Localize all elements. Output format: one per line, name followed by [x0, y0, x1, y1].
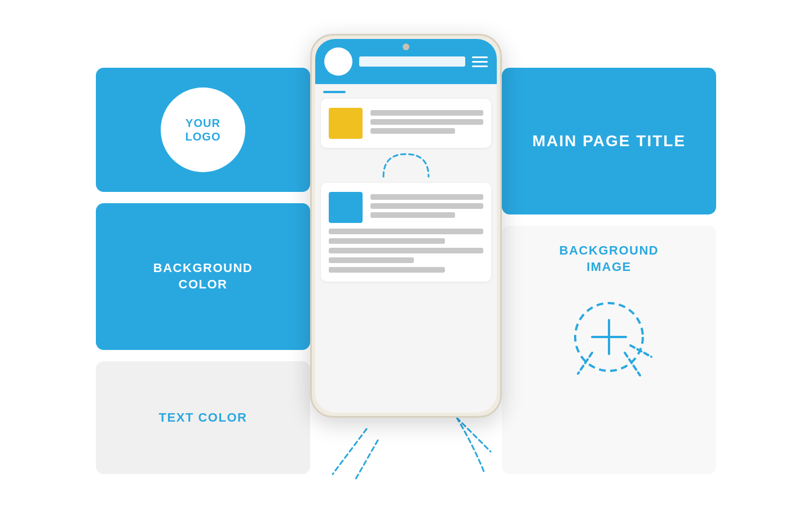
card-1-thumbnail [329, 108, 363, 139]
svg-line-4 [625, 353, 640, 375]
logo-text: YOUR [186, 116, 220, 130]
card-1-line-2 [370, 119, 483, 125]
main-scene: YOUR LOGO BACKGROUNDCOLOR TEXT COLOR MAI… [96, 23, 716, 485]
text-color-label: TEXT COLOR [159, 410, 248, 426]
background-color-panel: BACKGROUNDCOLOR [96, 203, 310, 350]
phone-camera [403, 43, 409, 50]
card-2-line-3 [370, 212, 455, 218]
phone-mockup [310, 34, 502, 418]
main-page-title-panel: MAIN PAGE TITLE [502, 68, 716, 214]
svg-line-5 [630, 345, 651, 357]
background-image-label: BACKGROUNDIMAGE [559, 243, 659, 275]
hamburger-menu-icon[interactable] [472, 56, 488, 67]
logo-panel: YOUR LOGO [96, 68, 310, 192]
logo-text-2: LOGO [186, 130, 221, 143]
card-2-extra-5 [329, 267, 445, 273]
card-1-line-3 [370, 128, 455, 134]
card-2-extra-1 [329, 229, 483, 234]
menu-line-2 [472, 61, 488, 63]
card-2-line-2 [370, 203, 483, 209]
card-1-row [329, 108, 483, 139]
background-image-panel: BACKGROUNDIMAGE [502, 226, 716, 474]
card-2-line-1 [370, 194, 483, 200]
phone-card-2 [321, 183, 491, 282]
main-page-title-label: MAIN PAGE TITLE [532, 132, 686, 150]
phone-indicator-line [323, 91, 346, 93]
card-2-extra-lines [329, 229, 483, 273]
background-color-label: BACKGROUNDCOLOR [153, 260, 253, 292]
logo-circle: YOUR LOGO [161, 87, 245, 172]
card-2-extra-3 [329, 248, 483, 253]
menu-line-1 [472, 56, 488, 58]
card-2-row [329, 192, 483, 223]
phone-content-area [315, 84, 497, 288]
card-2-thumbnail [329, 192, 363, 223]
card-1-line-1 [370, 110, 483, 116]
menu-line-3 [472, 65, 488, 67]
dashed-arc-annotation [378, 151, 434, 179]
text-color-panel: TEXT COLOR [96, 361, 310, 474]
phone-card-1 [321, 99, 491, 148]
card-2-text-lines [370, 192, 483, 218]
phone-header-title [359, 56, 465, 67]
phone-header-avatar [324, 47, 352, 76]
card-1-text-lines [370, 108, 483, 134]
phone-screen [315, 39, 497, 413]
svg-line-6 [578, 353, 592, 374]
card-2-extra-2 [329, 238, 445, 244]
bg-image-dashed-circle [564, 292, 654, 382]
card-2-extra-4 [329, 257, 414, 263]
